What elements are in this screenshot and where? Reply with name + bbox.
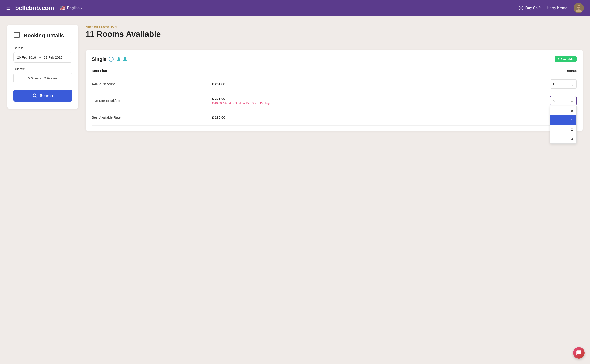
guests-label: Guests: (13, 67, 72, 71)
rooms-panel: NEW RESERVATION 11 Rooms Available Singl… (86, 25, 583, 131)
rate-price-cell: £ 391.00£ 40.00 Added to Subtotal Per Gu… (212, 92, 465, 109)
rate-table: Rate Plan Rooms AARP Discount£ 251.800 ▲… (92, 67, 577, 126)
flag-icon: 🇺🇸 (60, 5, 66, 11)
rooms-cell: 0 ▲▼ (465, 76, 577, 92)
booking-icon (13, 31, 20, 40)
guest-icon-2 (123, 57, 128, 62)
stepper-arrows: ▲▼ (571, 98, 573, 103)
chat-button[interactable] (573, 347, 585, 359)
svg-line-19 (36, 96, 37, 98)
info-icon[interactable]: i (109, 57, 113, 62)
dates-label: Dates: (13, 46, 72, 50)
rooms-header: Rooms (465, 67, 577, 76)
room-card: Single i 3 Available (86, 50, 583, 131)
dropdown-menu: 0123 (550, 106, 577, 143)
booking-title: Booking Details (24, 32, 64, 39)
table-row: AARP Discount£ 251.800 ▲▼ (92, 76, 577, 92)
stepper-value: 0 (553, 82, 555, 86)
booking-panel: Booking Details Dates: 20 Feb 2018 → 22 … (7, 25, 78, 109)
chevron-down-icon: ▾ (81, 6, 82, 10)
day-shift-toggle[interactable]: Day Shift (518, 6, 541, 10)
rate-price-cell: £ 295.00 (212, 109, 465, 126)
header-right: Day Shift Harry Krane (518, 3, 584, 13)
user-name: Harry Krane (547, 6, 567, 10)
rate-price-cell: £ 251.80 (212, 76, 465, 92)
svg-point-18 (33, 94, 36, 97)
menu-icon[interactable]: ☰ (6, 6, 11, 10)
rate-name: Five Star Breakfast (92, 92, 212, 109)
room-name: Single (92, 56, 106, 62)
stepper-arrows: ▲▼ (571, 81, 573, 87)
rooms-stepper[interactable]: 0 ▲▼ (550, 79, 577, 89)
available-badge: 3 Available (555, 56, 577, 62)
search-label: Search (40, 93, 53, 98)
rate-name: Best Available Rate (92, 109, 212, 126)
day-shift-label: Day Shift (525, 6, 541, 10)
dropdown-item[interactable]: 3 (550, 134, 577, 143)
avatar[interactable] (574, 3, 584, 13)
header: ☰ bellebnb.com 🇺🇸 English ▾ Day S (0, 0, 590, 16)
rate-name: AARP Discount (92, 76, 212, 92)
svg-line-6 (522, 9, 522, 9)
dropdown-item[interactable]: 0 (550, 106, 577, 116)
divider (86, 44, 583, 45)
search-button[interactable]: Search (13, 90, 72, 102)
svg-point-9 (577, 5, 580, 9)
table-row: Best Available Rate£ 295.000 ▲▼ (92, 109, 577, 126)
svg-line-7 (520, 9, 520, 9)
date-range-field[interactable]: 20 Feb 2018 → 22 Feb 2018 (13, 52, 72, 63)
dropdown-item[interactable]: 2 (550, 125, 577, 134)
main-content: Booking Details Dates: 20 Feb 2018 → 22 … (0, 16, 590, 140)
sun-icon (518, 6, 524, 10)
rooms-stepper[interactable]: 0 ▲▼ (550, 96, 577, 105)
rooms-title: 11 Rooms Available (86, 30, 583, 39)
date-arrow-icon: → (38, 55, 41, 59)
table-row: Five Star Breakfast£ 391.00£ 40.00 Added… (92, 92, 577, 109)
room-card-header: Single i 3 Available (92, 56, 577, 62)
guest-icons (117, 57, 128, 62)
date-from: 20 Feb 2018 (17, 55, 36, 59)
svg-point-21 (124, 57, 126, 59)
svg-point-10 (576, 9, 582, 12)
stepper-value: 0 (553, 99, 555, 103)
rate-plan-header: Rate Plan (92, 67, 212, 76)
rooms-cell: 0 ▲▼ 0123 (465, 92, 577, 109)
language-label: English (67, 6, 80, 10)
new-reservation-label: NEW RESERVATION (86, 25, 583, 28)
svg-point-0 (521, 7, 522, 9)
date-to: 22 Feb 2018 (44, 55, 62, 59)
guest-icon-1 (117, 57, 122, 62)
booking-panel-header: Booking Details (13, 31, 72, 40)
logo: bellebnb.com (15, 4, 54, 12)
svg-point-20 (118, 57, 119, 59)
language-selector[interactable]: 🇺🇸 English ▾ (60, 5, 82, 11)
svg-rect-11 (577, 6, 580, 7)
dropdown-item[interactable]: 1 (550, 116, 577, 125)
guests-field[interactable]: 5 Guests / 2 Rooms (13, 73, 72, 84)
